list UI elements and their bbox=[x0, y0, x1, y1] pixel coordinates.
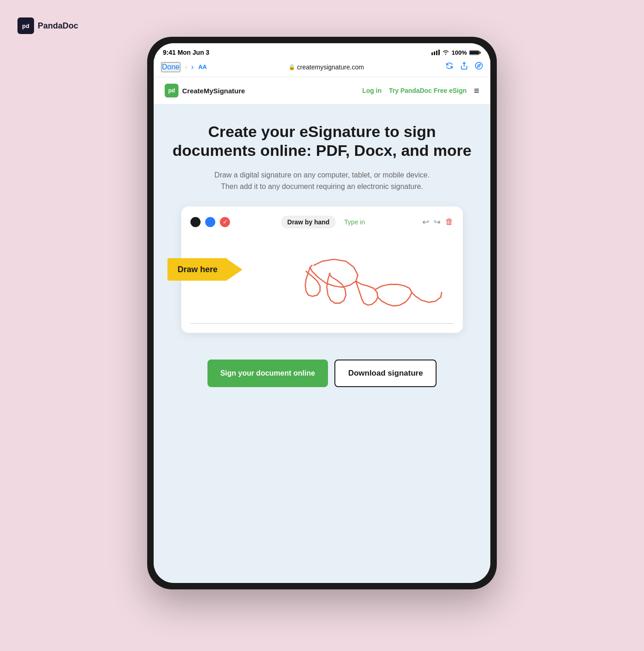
website-content: pd CreateMySignature Log in Try PandaDoc… bbox=[154, 77, 490, 583]
pandadoc-logo-text: PandaDoc bbox=[38, 21, 78, 31]
svg-rect-6 bbox=[470, 51, 479, 54]
site-logo: pd CreateMySignature bbox=[165, 84, 245, 97]
color-black[interactable] bbox=[190, 217, 201, 227]
status-icons: 100% bbox=[431, 49, 481, 56]
svg-rect-2 bbox=[436, 51, 437, 55]
signature-canvas[interactable] bbox=[190, 236, 454, 319]
svg-rect-0 bbox=[431, 52, 433, 55]
nav-menu-icon[interactable]: ≡ bbox=[474, 86, 479, 96]
battery-text: 100% bbox=[452, 49, 467, 56]
browser-back-button[interactable]: ‹ bbox=[185, 63, 187, 71]
browser-share-button[interactable] bbox=[460, 62, 468, 72]
browser-compass-button[interactable] bbox=[475, 62, 483, 72]
phone-inner: 9:41 Mon Jun 3 100% bbox=[154, 43, 490, 583]
browser-reload-button[interactable] bbox=[445, 62, 454, 72]
browser-forward-button[interactable]: › bbox=[191, 63, 194, 71]
tab-type-in[interactable]: Type in bbox=[338, 216, 371, 228]
pandadoc-logo: pd PandaDoc bbox=[17, 17, 78, 34]
color-options: ✓ bbox=[190, 217, 230, 227]
cta-area: Sign your document online Download signa… bbox=[154, 347, 490, 400]
lock-icon: 🔒 bbox=[288, 64, 295, 70]
status-time: 9:41 Mon Jun 3 bbox=[163, 49, 209, 56]
hero-subtitle: Draw a digital signature on any computer… bbox=[212, 169, 432, 193]
signature-tabs: Draw by hand Type in bbox=[281, 216, 372, 228]
clear-button[interactable]: 🗑 bbox=[445, 217, 454, 227]
browser-bar: Done ‹ › AA 🔒 createmysignature.com bbox=[154, 59, 490, 77]
signature-toolbar: ✓ Draw by hand Type in ↩ ↪ 🗑 bbox=[190, 216, 454, 228]
browser-url-bar[interactable]: 🔒 createmysignature.com bbox=[212, 63, 441, 71]
signature-area-wrapper: Draw here ✓ Draw by hand bbox=[172, 206, 472, 333]
browser-nav: ‹ › bbox=[185, 63, 194, 71]
battery-icon bbox=[469, 50, 481, 56]
svg-marker-9 bbox=[477, 64, 480, 67]
phone-frame: 9:41 Mon Jun 3 100% bbox=[147, 37, 497, 589]
signature-drawing bbox=[190, 236, 454, 319]
site-nav-right: Log in Try PandaDoc Free eSign ≡ bbox=[362, 86, 479, 96]
browser-done-button[interactable]: Done bbox=[161, 62, 180, 72]
browser-aa-button[interactable]: AA bbox=[198, 63, 207, 70]
svg-rect-1 bbox=[434, 51, 435, 55]
signal-icon bbox=[431, 50, 440, 55]
color-red[interactable]: ✓ bbox=[220, 217, 230, 227]
hero-section: Create your eSignature to sign documents… bbox=[154, 104, 490, 347]
status-bar: 9:41 Mon Jun 3 100% bbox=[154, 43, 490, 59]
svg-point-8 bbox=[476, 63, 483, 69]
redo-button[interactable]: ↪ bbox=[434, 217, 441, 227]
svg-rect-5 bbox=[479, 51, 481, 53]
sign-document-button[interactable]: Sign your document online bbox=[207, 360, 328, 387]
signature-baseline bbox=[190, 323, 454, 324]
site-nav: pd CreateMySignature Log in Try PandaDoc… bbox=[154, 77, 490, 104]
wifi-icon bbox=[442, 50, 449, 55]
site-logo-text: CreateMySignature bbox=[182, 87, 245, 95]
nav-try-link[interactable]: Try PandaDoc Free eSign bbox=[389, 87, 466, 94]
undo-button[interactable]: ↩ bbox=[422, 217, 429, 227]
pandadoc-logo-icon: pd bbox=[17, 17, 34, 34]
signature-actions: ↩ ↪ 🗑 bbox=[422, 217, 454, 227]
color-blue[interactable] bbox=[205, 217, 215, 227]
browser-actions bbox=[445, 62, 483, 72]
tab-draw-by-hand[interactable]: Draw by hand bbox=[281, 216, 336, 228]
browser-url-text: createmysignature.com bbox=[297, 63, 364, 71]
signature-box: ✓ Draw by hand Type in ↩ ↪ 🗑 bbox=[181, 206, 463, 333]
svg-rect-3 bbox=[438, 50, 440, 55]
hero-title: Create your eSignature to sign documents… bbox=[172, 122, 472, 160]
site-logo-icon: pd bbox=[165, 84, 178, 97]
download-signature-button[interactable]: Download signature bbox=[334, 360, 437, 387]
nav-login-link[interactable]: Log in bbox=[362, 87, 381, 94]
